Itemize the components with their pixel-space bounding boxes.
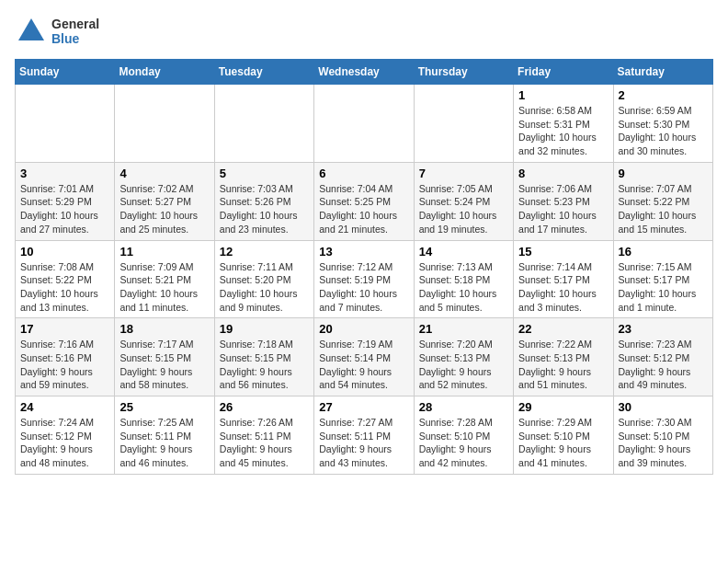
day-info: Sunrise: 7:25 AM Sunset: 5:11 PM Dayligh… <box>119 416 209 470</box>
day-number: 23 <box>619 322 708 336</box>
day-number: 18 <box>119 322 209 336</box>
day-number: 17 <box>20 322 109 336</box>
day-info: Sunrise: 7:13 AM Sunset: 5:18 PM Dayligh… <box>419 260 508 315</box>
calendar-cell: 6Sunrise: 7:04 AM Sunset: 5:25 PM Daylig… <box>314 162 414 240</box>
day-number: 25 <box>119 400 209 414</box>
svg-marker-0 <box>18 18 44 40</box>
logo-general-text: General <box>51 17 99 31</box>
day-info: Sunrise: 7:04 AM Sunset: 5:25 PM Dayligh… <box>319 182 408 236</box>
weekday-header: Monday <box>115 60 214 85</box>
day-number: 9 <box>619 167 708 180</box>
calendar-cell: 21Sunrise: 7:20 AM Sunset: 5:13 PM Dayli… <box>414 318 513 396</box>
day-number: 11 <box>119 245 209 259</box>
calendar-cell: 24Sunrise: 7:24 AM Sunset: 5:12 PM Dayli… <box>16 396 115 475</box>
day-number: 3 <box>20 167 109 180</box>
calendar-cell: 23Sunrise: 7:23 AM Sunset: 5:12 PM Dayli… <box>613 318 712 396</box>
calendar-cell: 12Sunrise: 7:11 AM Sunset: 5:20 PM Dayli… <box>214 240 313 318</box>
weekday-header: Friday <box>514 60 613 85</box>
day-number: 16 <box>619 245 708 259</box>
day-number: 21 <box>419 322 508 336</box>
day-info: Sunrise: 7:19 AM Sunset: 5:14 PM Dayligh… <box>319 338 408 392</box>
calendar-cell <box>414 85 513 163</box>
calendar-cell: 16Sunrise: 7:15 AM Sunset: 5:17 PM Dayli… <box>613 240 712 318</box>
day-info: Sunrise: 7:11 AM Sunset: 5:20 PM Dayligh… <box>220 260 309 315</box>
calendar-week-row: 10Sunrise: 7:08 AM Sunset: 5:22 PM Dayli… <box>16 240 713 318</box>
day-number: 20 <box>319 322 408 336</box>
day-number: 10 <box>20 245 109 259</box>
day-info: Sunrise: 7:22 AM Sunset: 5:13 PM Dayligh… <box>518 338 608 392</box>
calendar-week-row: 17Sunrise: 7:16 AM Sunset: 5:16 PM Dayli… <box>16 318 713 396</box>
calendar-week-row: 24Sunrise: 7:24 AM Sunset: 5:12 PM Dayli… <box>16 396 713 475</box>
day-number: 1 <box>518 88 608 102</box>
day-number: 27 <box>319 400 408 414</box>
calendar-cell: 30Sunrise: 7:30 AM Sunset: 5:10 PM Dayli… <box>613 396 712 475</box>
day-number: 7 <box>419 167 508 180</box>
calendar-cell: 9Sunrise: 7:07 AM Sunset: 5:22 PM Daylig… <box>613 162 712 240</box>
logo-svg-icon <box>15 15 48 48</box>
day-number: 12 <box>220 245 309 259</box>
day-number: 26 <box>220 400 309 414</box>
day-info: Sunrise: 7:18 AM Sunset: 5:15 PM Dayligh… <box>220 338 309 392</box>
page-header: GeneralBlue <box>15 15 713 48</box>
calendar-cell: 8Sunrise: 7:06 AM Sunset: 5:23 PM Daylig… <box>514 162 613 240</box>
day-number: 19 <box>220 322 309 336</box>
calendar-week-row: 1Sunrise: 6:58 AM Sunset: 5:31 PM Daylig… <box>16 85 713 163</box>
calendar-cell: 19Sunrise: 7:18 AM Sunset: 5:15 PM Dayli… <box>214 318 313 396</box>
day-number: 14 <box>419 245 508 259</box>
calendar-cell: 11Sunrise: 7:09 AM Sunset: 5:21 PM Dayli… <box>115 240 214 318</box>
calendar-cell: 29Sunrise: 7:29 AM Sunset: 5:10 PM Dayli… <box>514 396 613 475</box>
day-info: Sunrise: 7:24 AM Sunset: 5:12 PM Dayligh… <box>20 416 109 470</box>
day-info: Sunrise: 6:58 AM Sunset: 5:31 PM Dayligh… <box>518 104 608 158</box>
day-info: Sunrise: 7:15 AM Sunset: 5:17 PM Dayligh… <box>619 260 708 315</box>
logo: GeneralBlue <box>15 15 99 48</box>
calendar-cell: 17Sunrise: 7:16 AM Sunset: 5:16 PM Dayli… <box>16 318 115 396</box>
day-info: Sunrise: 7:12 AM Sunset: 5:19 PM Dayligh… <box>319 260 408 315</box>
calendar-cell: 2Sunrise: 6:59 AM Sunset: 5:30 PM Daylig… <box>613 85 712 163</box>
day-info: Sunrise: 7:26 AM Sunset: 5:11 PM Dayligh… <box>220 416 309 470</box>
calendar-cell: 13Sunrise: 7:12 AM Sunset: 5:19 PM Dayli… <box>314 240 414 318</box>
day-number: 29 <box>518 400 608 414</box>
day-number: 13 <box>319 245 408 259</box>
day-number: 2 <box>619 88 708 102</box>
day-number: 8 <box>518 167 608 180</box>
day-number: 4 <box>119 167 209 180</box>
day-info: Sunrise: 7:20 AM Sunset: 5:13 PM Dayligh… <box>419 338 508 392</box>
day-number: 22 <box>518 322 608 336</box>
day-info: Sunrise: 7:16 AM Sunset: 5:16 PM Dayligh… <box>20 338 109 392</box>
weekday-header: Tuesday <box>214 60 313 85</box>
calendar-cell: 3Sunrise: 7:01 AM Sunset: 5:29 PM Daylig… <box>16 162 115 240</box>
calendar-cell <box>214 85 313 163</box>
day-info: Sunrise: 7:28 AM Sunset: 5:10 PM Dayligh… <box>419 416 508 470</box>
calendar-cell: 27Sunrise: 7:27 AM Sunset: 5:11 PM Dayli… <box>314 396 414 475</box>
day-info: Sunrise: 7:03 AM Sunset: 5:26 PM Dayligh… <box>220 182 309 236</box>
day-info: Sunrise: 7:07 AM Sunset: 5:22 PM Dayligh… <box>619 182 708 236</box>
day-number: 5 <box>220 167 309 180</box>
calendar-cell <box>115 85 214 163</box>
day-info: Sunrise: 7:29 AM Sunset: 5:10 PM Dayligh… <box>518 416 608 470</box>
day-info: Sunrise: 7:23 AM Sunset: 5:12 PM Dayligh… <box>619 338 708 392</box>
day-info: Sunrise: 7:01 AM Sunset: 5:29 PM Dayligh… <box>20 182 109 236</box>
calendar-cell: 26Sunrise: 7:26 AM Sunset: 5:11 PM Dayli… <box>214 396 313 475</box>
calendar-header-row: SundayMondayTuesdayWednesdayThursdayFrid… <box>16 60 713 85</box>
calendar-cell: 5Sunrise: 7:03 AM Sunset: 5:26 PM Daylig… <box>214 162 313 240</box>
calendar-cell <box>16 85 115 163</box>
calendar-cell: 10Sunrise: 7:08 AM Sunset: 5:22 PM Dayli… <box>16 240 115 318</box>
day-info: Sunrise: 7:30 AM Sunset: 5:10 PM Dayligh… <box>619 416 708 470</box>
day-info: Sunrise: 7:08 AM Sunset: 5:22 PM Dayligh… <box>20 260 109 315</box>
day-number: 24 <box>20 400 109 414</box>
day-info: Sunrise: 7:09 AM Sunset: 5:21 PM Dayligh… <box>119 260 209 315</box>
calendar-week-row: 3Sunrise: 7:01 AM Sunset: 5:29 PM Daylig… <box>16 162 713 240</box>
day-info: Sunrise: 6:59 AM Sunset: 5:30 PM Dayligh… <box>619 104 708 158</box>
weekday-header: Thursday <box>414 60 513 85</box>
day-number: 6 <box>319 167 408 180</box>
calendar-cell: 18Sunrise: 7:17 AM Sunset: 5:15 PM Dayli… <box>115 318 214 396</box>
calendar-cell: 20Sunrise: 7:19 AM Sunset: 5:14 PM Dayli… <box>314 318 414 396</box>
day-number: 28 <box>419 400 508 414</box>
calendar-cell: 4Sunrise: 7:02 AM Sunset: 5:27 PM Daylig… <box>115 162 214 240</box>
logo-blue-text: Blue <box>51 31 99 46</box>
calendar-cell: 28Sunrise: 7:28 AM Sunset: 5:10 PM Dayli… <box>414 396 513 475</box>
calendar-cell: 1Sunrise: 6:58 AM Sunset: 5:31 PM Daylig… <box>514 85 613 163</box>
day-info: Sunrise: 7:14 AM Sunset: 5:17 PM Dayligh… <box>518 260 608 315</box>
calendar-table: SundayMondayTuesdayWednesdayThursdayFrid… <box>15 59 713 475</box>
logo-text: GeneralBlue <box>51 17 99 46</box>
